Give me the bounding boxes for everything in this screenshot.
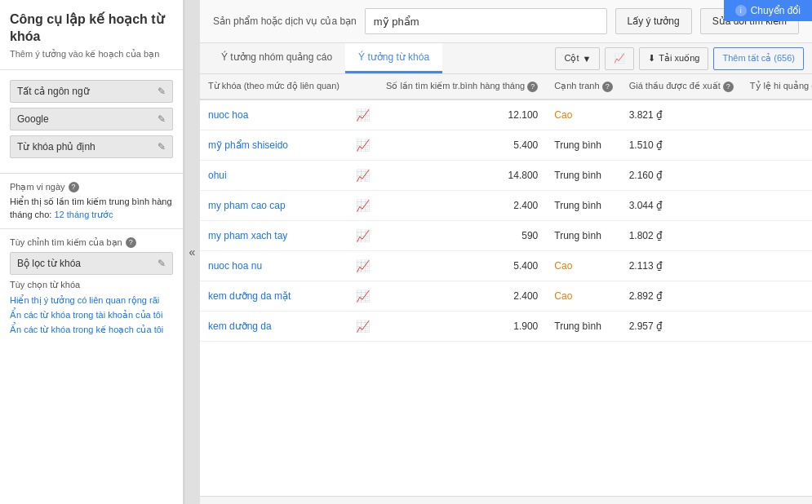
chevron-down-icon: ▼ bbox=[582, 54, 591, 64]
rate-cell bbox=[742, 220, 812, 250]
trend-chart-icon[interactable]: 📈 bbox=[356, 290, 370, 303]
count-cell: 5.400 bbox=[378, 250, 546, 281]
keyword-cell: nuoc hoa bbox=[200, 99, 348, 130]
keyword-link[interactable]: kem dưỡng da mặt bbox=[208, 290, 291, 302]
get-ideas-button[interactable]: Lấy ý tưởng bbox=[615, 8, 692, 34]
chart-cell: 📈 bbox=[348, 190, 378, 220]
trend-chart-icon[interactable]: 📈 bbox=[356, 320, 370, 333]
columns-button[interactable]: Cột ▼ bbox=[555, 47, 600, 70]
keyword-link[interactable]: kem dưỡng da bbox=[208, 321, 272, 332]
trend-chart-icon[interactable]: 📈 bbox=[356, 139, 370, 152]
language-filter[interactable]: Tất cả ngôn ngữ ✎ bbox=[10, 80, 173, 103]
keyword-cell: nuoc hoa nu bbox=[200, 250, 348, 281]
rate-cell bbox=[742, 160, 812, 190]
header-bid: Giá thầu được đề xuất ? bbox=[621, 74, 742, 99]
edit-icon-filter: ✎ bbox=[158, 258, 166, 269]
keyword-filter-btn[interactable]: Bộ lọc từ khóa ✎ bbox=[10, 252, 173, 275]
sidebar-header: Công cụ lập kế hoạch từ khóa Thêm ý tưởn… bbox=[0, 0, 183, 66]
competition-cell med: Trung bình bbox=[546, 160, 620, 190]
tabs-toolbar: Ý tưởng nhóm quảng cáo Ý tưởng từ khóa C… bbox=[200, 43, 812, 74]
help-icon-bid[interactable]: ? bbox=[723, 82, 734, 92]
keyword-cell: kem dưỡng da bbox=[200, 311, 348, 341]
table-row: kem dưỡng da mặt 📈 2.400 Cao 2.892 ₫ » bbox=[200, 281, 812, 311]
chart-cell: 📈 bbox=[348, 160, 378, 190]
language-section: Tất cả ngôn ngữ ✎ Google ✎ Từ khóa phủ đ… bbox=[0, 73, 183, 170]
download-button[interactable]: ⬇ Tải xuống bbox=[639, 47, 708, 70]
keyword-link[interactable]: nuoc hoa nu bbox=[208, 260, 262, 272]
trend-chart-icon[interactable]: 📈 bbox=[356, 108, 370, 122]
chuyendoi-button[interactable]: i Chuyển đổi bbox=[724, 0, 812, 21]
count-cell: 12.100 bbox=[378, 99, 546, 130]
bid-cell: 3.044 ₫ bbox=[621, 190, 742, 220]
edit-icon: ✎ bbox=[158, 113, 166, 125]
chart-cell: 📈 bbox=[348, 99, 378, 130]
horizontal-scrollbar[interactable] bbox=[200, 496, 812, 504]
date-range-label: Phạm vi ngày ? bbox=[10, 182, 173, 192]
add-all-button[interactable]: Thêm tất cả (656) bbox=[713, 47, 804, 70]
trend-chart-icon[interactable]: 📈 bbox=[356, 259, 370, 272]
edit-icon: ✎ bbox=[158, 141, 166, 153]
count-cell: 2.400 bbox=[378, 281, 546, 311]
trend-chart-icon[interactable]: 📈 bbox=[356, 229, 370, 242]
competition-cell high: Cao bbox=[546, 250, 620, 281]
hide-account-keywords-link[interactable]: Ẩn các từ khóa trong tài khoản của tôi bbox=[10, 309, 173, 321]
search-label: Sản phẩm hoặc dịch vụ của bạn bbox=[213, 15, 357, 27]
bid-cell: 2.113 ₫ bbox=[621, 250, 742, 281]
chart-icon: 📈 bbox=[614, 53, 625, 64]
keywords-table: Từ khóa (theo mức độ liên quan) Số lần t… bbox=[200, 74, 812, 342]
negative-keywords-filter[interactable]: Từ khóa phủ định ✎ bbox=[10, 135, 173, 158]
help-icon-count[interactable]: ? bbox=[527, 82, 538, 92]
bid-value: 1.802 ₫ bbox=[629, 230, 663, 241]
keyword-link[interactable]: ohui bbox=[208, 170, 227, 181]
trend-chart-icon[interactable]: 📈 bbox=[356, 169, 370, 182]
keyword-cell: mỹ phẩm shiseido bbox=[200, 130, 348, 160]
collapse-sidebar-button[interactable]: « bbox=[184, 0, 200, 504]
keyword-link[interactable]: my pham cao cap bbox=[208, 200, 286, 211]
competition-value: Trung bình bbox=[554, 139, 601, 151]
chart-cell: 📈 bbox=[348, 250, 378, 281]
bid-value: 2.113 ₫ bbox=[629, 260, 663, 272]
bid-value: 2.892 ₫ bbox=[629, 290, 663, 302]
chart-toggle-button[interactable]: 📈 bbox=[605, 47, 634, 70]
count-cell: 2.400 bbox=[378, 190, 546, 220]
table-row: mỹ phẩm shiseido 📈 5.400 Trung bình 1.51… bbox=[200, 130, 812, 160]
keyword-cell: my pham cao cap bbox=[200, 190, 348, 220]
table-row: nuoc hoa nu 📈 5.400 Cao 2.113 ₫ » bbox=[200, 250, 812, 281]
hide-plan-keywords-link[interactable]: Ẩn các từ khóa trong kế hoạch của tôi bbox=[10, 324, 173, 336]
keyword-link[interactable]: nuoc hoa bbox=[208, 109, 248, 121]
bid-cell: 3.821 ₫ bbox=[621, 99, 742, 130]
trend-chart-icon[interactable]: 📈 bbox=[356, 199, 370, 212]
count-cell: 14.800 bbox=[378, 160, 546, 190]
product-search-input[interactable] bbox=[365, 8, 607, 34]
custom-search-section: Tùy chỉnh tìm kiếm của bạn ? Bộ lọc từ k… bbox=[0, 232, 183, 343]
rate-cell bbox=[742, 190, 812, 220]
keyword-link[interactable]: my pham xach tay bbox=[208, 230, 287, 241]
network-filter[interactable]: Google ✎ bbox=[10, 108, 173, 130]
bid-cell: 1.510 ₫ bbox=[621, 130, 742, 160]
info-icon: i bbox=[735, 5, 747, 16]
table-row: my pham xach tay 📈 590 Trung bình 1.802 … bbox=[200, 220, 812, 250]
keyword-link[interactable]: mỹ phẩm shiseido bbox=[208, 139, 288, 151]
download-icon: ⬇ bbox=[648, 53, 655, 64]
help-icon[interactable]: ? bbox=[69, 182, 79, 192]
count-cell: 5.400 bbox=[378, 130, 546, 160]
keyword-cell: my pham xach tay bbox=[200, 220, 348, 250]
bid-cell: 1.802 ₫ bbox=[621, 220, 742, 250]
bid-value: 3.821 ₫ bbox=[629, 109, 663, 121]
edit-icon: ✎ bbox=[158, 86, 166, 97]
competition-cell med: Trung bình bbox=[546, 130, 620, 160]
competition-cell med: Trung bình bbox=[546, 190, 620, 220]
top-bar: Sản phẩm hoặc dịch vụ của bạn Lấy ý tưởn… bbox=[200, 0, 812, 43]
help-icon-competition[interactable]: ? bbox=[602, 82, 613, 92]
help-icon-2[interactable]: ? bbox=[126, 237, 136, 248]
table-header-row: Từ khóa (theo mức độ liên quan) Số lần t… bbox=[200, 74, 812, 99]
show-broad-ideas-link[interactable]: Hiển thị ý tưởng có liên quan rộng rãi bbox=[10, 294, 173, 307]
date-range-value: Hiển thị số lần tìm kiếm trung bình hàng… bbox=[10, 195, 173, 222]
keyword-cell: ohui bbox=[200, 160, 348, 190]
date-range-link[interactable]: 12 tháng trước bbox=[54, 210, 113, 219]
tab-ad-group-ideas[interactable]: Ý tưởng nhóm quảng cáo bbox=[208, 43, 345, 73]
tab-keyword-ideas[interactable]: Ý tưởng từ khóa bbox=[345, 43, 442, 73]
header-rate: Tỷ lệ hi quảng c bbox=[742, 74, 812, 99]
header-competition: Cạnh tranh ? bbox=[546, 74, 620, 99]
bid-cell: 2.957 ₫ bbox=[621, 311, 742, 341]
